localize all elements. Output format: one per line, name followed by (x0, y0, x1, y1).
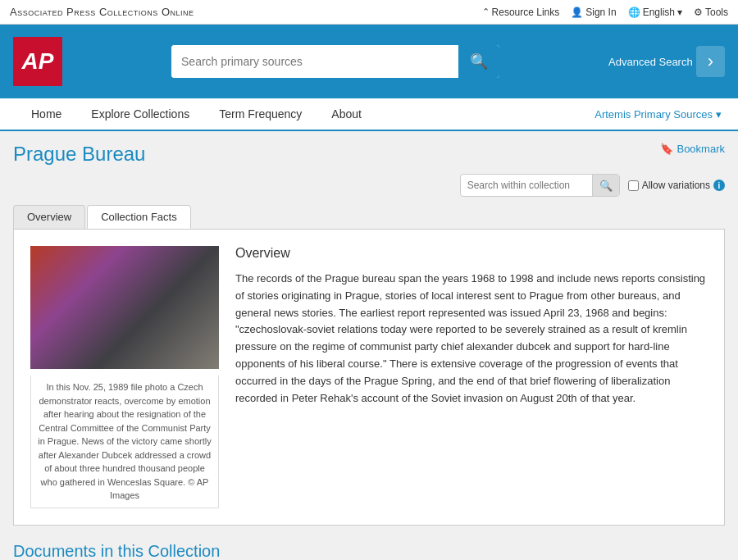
search-button[interactable]: 🔍 (458, 45, 499, 78)
gear-icon: ⚙ (694, 7, 703, 18)
bookmark-button[interactable]: 🔖 Bookmark (660, 143, 725, 155)
search-bar: 🔍 (171, 45, 499, 78)
image-section: In this Nov. 25, 1989 file photo a Czech… (30, 246, 219, 508)
collection-image (30, 246, 219, 369)
tools-link[interactable]: ⚙ Tools (694, 7, 728, 18)
nav-links: Home Explore Collections Term Frequency … (16, 99, 594, 129)
allow-variations-label: Allow variations (642, 180, 710, 191)
page-title-row: Prague Bureau 🔖 Bookmark (13, 143, 725, 166)
resource-links-link[interactable]: ⌃ Resource Links (482, 7, 560, 18)
chevron-down-icon: ▾ (716, 108, 722, 121)
nav-term-frequency[interactable]: Term Frequency (204, 99, 317, 129)
image-caption: In this Nov. 25, 1989 file photo a Czech… (30, 376, 219, 508)
header: AP 🔍 Advanced Search › (0, 25, 738, 98)
nav-explore[interactable]: Explore Collections (76, 99, 204, 129)
overview-layout: In this Nov. 25, 1989 file photo a Czech… (30, 246, 708, 508)
search-area: 🔍 (79, 45, 592, 78)
overview-body: The records of the Prague bureau span th… (235, 271, 708, 407)
search-within-box: 🔍 (460, 174, 620, 197)
search-within-input[interactable] (461, 180, 592, 191)
top-bar-actions: ⌃ Resource Links 👤 Sign In 🌐 English ▾ ⚙… (482, 7, 728, 18)
overview-panel: In this Nov. 25, 1989 file photo a Czech… (13, 230, 725, 526)
nav-home[interactable]: Home (16, 99, 76, 129)
search-icon: 🔍 (470, 52, 488, 71)
allow-variations: Allow variations i (628, 180, 725, 191)
chevron-up-icon: ⌃ (482, 7, 490, 17)
ap-logo: AP (13, 37, 62, 86)
tab-overview[interactable]: Overview (13, 205, 85, 229)
main-content: Prague Bureau 🔖 Bookmark 🔍 Allow variati… (0, 131, 738, 560)
advanced-search-link[interactable]: Advanced Search › (608, 46, 725, 77)
documents-title: Documents in this Collection (13, 542, 725, 561)
collection-tools: 🔍 Allow variations i (13, 174, 725, 197)
bookmark-icon: 🔖 (660, 143, 673, 155)
overview-text: Overview The records of the Prague burea… (235, 246, 708, 508)
nav-about[interactable]: About (317, 99, 376, 129)
overview-heading: Overview (235, 246, 708, 261)
arrow-icon: › (696, 46, 725, 77)
site-title: Associated Press Collections Online (10, 6, 194, 18)
allow-variations-checkbox[interactable] (628, 180, 639, 191)
tabs: Overview Collection Facts (13, 205, 725, 230)
documents-section: Documents in this Collection Manuscripts… (13, 542, 725, 561)
sign-in-link[interactable]: 👤 Sign In (571, 7, 616, 18)
nav-right: Artemis Primary Sources ▾ (594, 108, 722, 121)
info-icon[interactable]: i (713, 180, 725, 191)
language-selector[interactable]: 🌐 English ▾ (628, 7, 682, 18)
tab-collection-facts[interactable]: Collection Facts (87, 205, 190, 229)
chevron-down-icon: ▾ (677, 7, 682, 18)
nav-bar: Home Explore Collections Term Frequency … (0, 98, 738, 131)
search-within-button[interactable]: 🔍 (592, 175, 619, 196)
page-title: Prague Bureau (13, 143, 145, 166)
search-within-icon: 🔍 (599, 180, 613, 192)
top-bar: Associated Press Collections Online ⌃ Re… (0, 0, 738, 25)
search-input[interactable] (171, 45, 458, 78)
artemis-link[interactable]: Artemis Primary Sources ▾ (594, 108, 722, 121)
globe-icon: 🌐 (628, 7, 640, 18)
person-icon: 👤 (571, 7, 583, 18)
